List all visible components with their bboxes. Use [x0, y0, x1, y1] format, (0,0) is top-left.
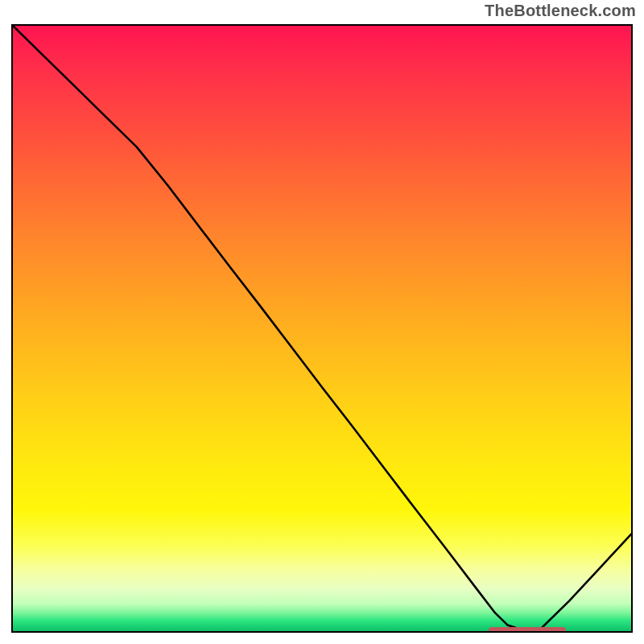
plot-area	[11, 24, 633, 633]
chart-stage: TheBottleneck.com	[0, 0, 644, 644]
watermark-text: TheBottleneck.com	[485, 2, 636, 20]
bottleneck-curve	[13, 26, 631, 631]
optimal-range-marker	[489, 627, 567, 633]
